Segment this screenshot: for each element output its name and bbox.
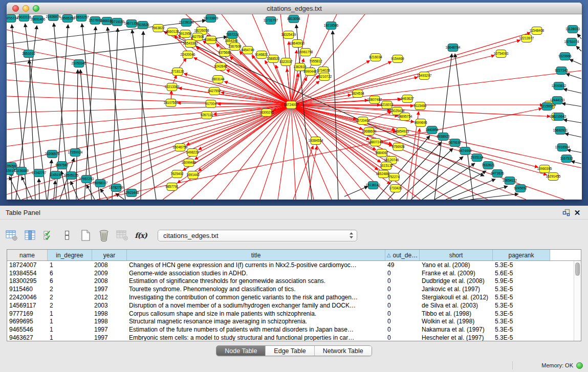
graph-node[interactable]: 12342757 <box>32 169 47 177</box>
row-height-icon[interactable] <box>59 227 75 244</box>
table-row[interactable]: 977716911998Corpus callosum shape and si… <box>7 310 574 318</box>
graph-node[interactable]: 16958107 <box>93 180 108 187</box>
graph-node[interactable]: 18107554 <box>164 99 179 107</box>
graph-node[interactable]: 1733426 <box>389 185 402 192</box>
tab-node-table[interactable]: Node Table <box>216 346 266 356</box>
graph-node[interactable]: 12093832 <box>552 82 567 90</box>
graph-node[interactable]: 9897587 <box>55 162 69 169</box>
table-cell[interactable]: Estimation of significance thresholds fo… <box>127 277 385 285</box>
table-cell[interactable]: Investigating the contribution of common… <box>127 294 385 301</box>
table-cell[interactable]: 6 <box>48 277 92 285</box>
table-cell[interactable]: Yano et al. (2008) <box>420 261 493 269</box>
graph-node[interactable]: 16782759 <box>109 184 124 192</box>
table-cell[interactable]: 5.3E-5 <box>493 286 550 293</box>
table-cell[interactable]: 1 <box>48 334 92 341</box>
graph-node[interactable]: 9227343 <box>555 67 568 75</box>
table-cell[interactable]: 5.3E-5 <box>493 310 550 317</box>
table-row[interactable]: 911546021997Tourette syndrome. Phenomeno… <box>7 285 574 293</box>
create-table-icon[interactable] <box>78 227 93 244</box>
graph-node[interactable]: 9267110 <box>201 112 213 119</box>
table-cell[interactable]: 1997 <box>92 326 127 333</box>
graph-node[interactable]: 9146821 <box>255 51 268 59</box>
column-header[interactable]: name <box>7 250 48 260</box>
graph-node[interactable]: 1588520 <box>267 55 280 63</box>
table-cell[interactable]: Franke et al. (2009) <box>420 270 493 277</box>
table-cell[interactable]: 9465546 <box>7 326 48 333</box>
graph-node[interactable]: 12923448 <box>124 189 139 197</box>
close-window-button[interactable] <box>12 5 19 12</box>
table-cell[interactable]: 9115460 <box>7 286 48 293</box>
graph-node[interactable]: 1145194 <box>50 171 62 179</box>
graph-node[interactable]: 10654112 <box>503 177 517 185</box>
table-cell[interactable]: Estimation of the future numbers of pati… <box>127 326 385 333</box>
minimize-window-button[interactable] <box>23 5 29 12</box>
graph-node[interactable]: 9115460 <box>414 102 427 110</box>
table-cell[interactable]: 5.3E-5 <box>493 334 550 341</box>
graph-node[interactable]: 18807243 <box>368 139 383 146</box>
delete-column-icon[interactable] <box>96 227 112 244</box>
graph-node[interactable]: 2718126 <box>171 68 184 76</box>
graph-node[interactable]: 8813054 <box>287 15 300 23</box>
table-cell[interactable]: 1 <box>48 261 92 269</box>
column-header[interactable]: in_degree <box>48 250 92 260</box>
graph-node[interactable]: 5912954 <box>179 30 192 38</box>
table-cell[interactable]: 0 <box>385 294 420 301</box>
table-cell[interactable]: 0 <box>385 334 420 341</box>
tab-edge-table[interactable]: Edge Table <box>266 346 314 356</box>
table-row[interactable]: 1872400712008Changes of HCN gene express… <box>7 261 574 269</box>
graph-node[interactable]: 1167533 <box>560 155 573 163</box>
graph-node[interactable]: 16648784 <box>446 44 461 52</box>
table-select-dropdown[interactable]: citations_edges.txt <box>158 230 357 242</box>
graph-node[interactable]: 19565358 <box>60 15 75 23</box>
table-cell[interactable]: 14569117 <box>7 302 48 309</box>
table-cell[interactable]: 2008 <box>92 277 127 285</box>
graph-node[interactable]: 10688609 <box>362 128 377 136</box>
graph-node[interactable]: 9699695 <box>414 119 427 127</box>
table-row[interactable]: 969969511998Structural magnetic resonanc… <box>7 318 574 326</box>
table-cell[interactable]: 2008 <box>92 261 127 269</box>
graph-node[interactable]: 19384554 <box>309 137 323 145</box>
graph-node[interactable]: 16961758 <box>298 49 313 56</box>
close-panel-icon[interactable]: ✕ <box>572 207 583 217</box>
table-cell[interactable]: 2 <box>48 302 92 309</box>
table-cell[interactable]: Dudbridge et al. (2008) <box>420 277 493 285</box>
table-cell[interactable]: 0 <box>385 277 420 285</box>
graph-node[interactable]: 9463627 <box>401 95 414 103</box>
graph-node[interactable]: 10719155 <box>110 18 125 26</box>
graph-node[interactable]: 7632621 <box>482 162 495 169</box>
column-header[interactable]: pagerank <box>493 250 550 260</box>
table-cell[interactable]: 9699695 <box>7 318 48 325</box>
table-cell[interactable]: 0 <box>385 270 420 277</box>
graph-node[interactable]: 9245652 <box>514 185 527 192</box>
select-columns-icon[interactable] <box>41 227 56 244</box>
table-cell[interactable]: 19384554 <box>7 270 48 277</box>
graph-node[interactable]: 16210722 <box>317 73 332 81</box>
graph-node[interactable]: 3824534 <box>351 90 364 98</box>
table-cell[interactable]: Corpus callosum shape and size in male p… <box>127 310 385 317</box>
table-cell[interactable]: 5.3E-5 <box>493 261 550 269</box>
graph-node[interactable]: 7625402 <box>170 170 184 178</box>
graph-node[interactable]: 21053346 <box>72 60 86 68</box>
graph-node[interactable]: 917004 <box>205 100 216 108</box>
graph-node[interactable]: 9154469 <box>391 55 404 63</box>
table-cell[interactable]: Stergiakouli et al. (2012) <box>420 294 493 301</box>
table-cell[interactable]: 49 <box>385 261 420 269</box>
graph-node[interactable]: 10653257 <box>74 14 89 21</box>
column-header[interactable]: short <box>420 250 493 260</box>
graph-node[interactable]: 20691406 <box>31 16 46 24</box>
graph-node[interactable]: 8186328 <box>204 36 217 44</box>
graph-node[interactable]: 9684067 <box>375 149 388 157</box>
graph-node[interactable]: 9756928 <box>391 143 405 151</box>
table-cell[interactable]: 5.3E-5 <box>493 318 550 325</box>
graph-node[interactable]: 2651016 <box>22 50 35 58</box>
graph-node[interactable]: 8427552 <box>208 87 221 95</box>
graph-node[interactable]: 8216012 <box>380 101 394 109</box>
table-cell[interactable]: 1 <box>48 310 92 317</box>
graph-node[interactable]: 17957253 <box>79 176 94 183</box>
graph-node[interactable]: 12444153 <box>550 97 565 104</box>
table-cell[interactable]: 1997 <box>92 334 127 341</box>
graph-node[interactable]: 1498222 <box>186 149 199 157</box>
table-cell[interactable]: Changes of HCN gene expression and I(f) … <box>127 261 385 269</box>
table-cell[interactable]: Embryonic stem cells: a model to study s… <box>127 334 385 341</box>
network-view-window[interactable]: citations_edges.txt 76638229660128591295… <box>7 3 582 200</box>
